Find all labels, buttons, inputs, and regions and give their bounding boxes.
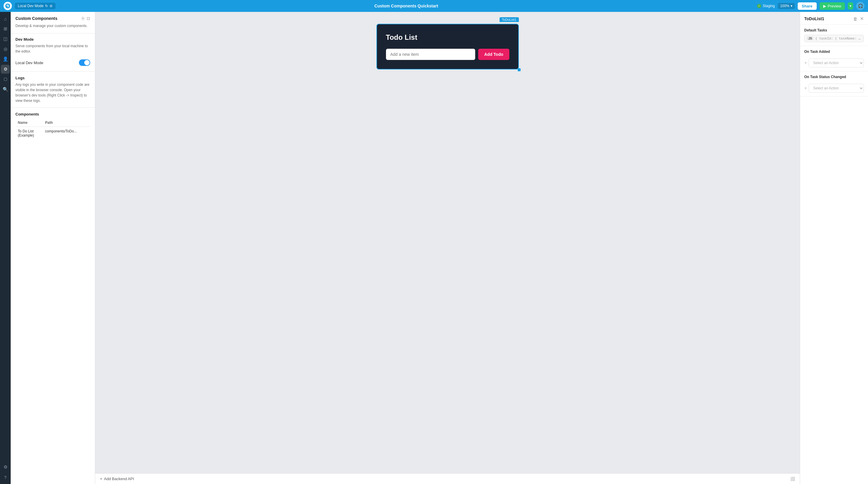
- todo-input-row: Add Todo: [386, 49, 509, 60]
- sidebar-item-settings[interactable]: ⚙: [1, 463, 10, 472]
- sidebar-item-circle[interactable]: ◎: [1, 45, 10, 53]
- chevron-down-icon: ▾: [790, 4, 793, 8]
- zoom-control[interactable]: 100% ▾: [778, 3, 795, 9]
- on-task-status-select[interactable]: Select an Action: [809, 84, 864, 93]
- right-panel-title: ToDoList1: [804, 16, 824, 21]
- plus-icon-1: +: [804, 61, 807, 65]
- app-title: Custom Components Quickstart: [58, 4, 754, 8]
- panel-header: Custom Components ⎘ ⊡: [11, 12, 95, 23]
- right-panel-header: ToDoList1 🗑 ✕: [800, 12, 868, 25]
- sidebar-item-layers[interactable]: ◫: [1, 34, 10, 44]
- col-name-header: Name: [16, 119, 43, 127]
- sidebar-item-puzzle[interactable]: ⬡: [1, 75, 10, 84]
- app-logo[interactable]: [4, 2, 12, 10]
- preview-button[interactable]: ▶ Preview: [819, 2, 845, 10]
- panel-description: Develop & manage your custom components.: [11, 23, 95, 32]
- sidebar-item-grid[interactable]: ⊞: [1, 24, 10, 33]
- dev-mode-label: Local Dev Mode: [18, 4, 43, 8]
- canvas-bottom-right: ⬜: [790, 477, 795, 481]
- share-button[interactable]: Share: [798, 2, 817, 10]
- stop-icon: ⊘: [50, 4, 53, 8]
- dev-mode-label: Dev Mode: [11, 35, 95, 43]
- status-label: Staging: [763, 4, 775, 8]
- icon-sidebar: ⌂ ⊞ ◫ ◎ 👤 ⚙ ⬡ 🔍 ⚙ ?: [0, 12, 11, 484]
- svg-point-1: [7, 5, 8, 6]
- components-section: Components Name Path To Do List(Example)…: [11, 109, 95, 143]
- logs-description: Any logs you write in your component cod…: [16, 82, 90, 103]
- canvas-area: ToDoList1 Todo List Add Todo + Add Backe…: [95, 12, 800, 484]
- panel-header-icons: ⎘ ⊡: [82, 16, 90, 21]
- add-backend-button[interactable]: + Add Backend API: [100, 477, 134, 481]
- toggle-label: Local Dev Mode: [16, 61, 43, 65]
- zoom-level: 100%: [780, 4, 789, 8]
- topbar-right: Staging 100% ▾ Share ▶ Preview ▾ 🎧: [757, 2, 864, 10]
- js-value-row[interactable]: JS { taskId: { taskName: 'Task: [804, 35, 864, 42]
- resize-handle[interactable]: [518, 68, 521, 71]
- sidebar-item-help[interactable]: ?: [1, 473, 10, 482]
- divider-2: [11, 71, 95, 72]
- preview-dropdown-button[interactable]: ▾: [848, 2, 853, 9]
- status-badge: Staging: [757, 4, 775, 8]
- sidebar-item-home[interactable]: ⌂: [1, 14, 10, 23]
- main-layout: ⌂ ⊞ ◫ ◎ 👤 ⚙ ⬡ 🔍 ⚙ ? Custom Components ⎘ …: [0, 12, 868, 484]
- components-title: Components: [16, 112, 90, 116]
- logs-title: Logs: [16, 76, 90, 80]
- refresh-icon: ↻: [45, 4, 48, 8]
- on-task-added-section: On Task Added + Select an Action: [800, 46, 868, 71]
- on-task-added-label: On Task Added: [804, 50, 864, 54]
- sidebar-item-search[interactable]: 🔍: [1, 85, 10, 94]
- on-task-status-changed-section: On Task Status Changed + Select an Actio…: [800, 71, 868, 96]
- right-panel-icons: 🗑 ✕: [853, 16, 864, 21]
- status-dot: [757, 4, 761, 8]
- component-path: components/ToDo...: [43, 127, 90, 140]
- layout-icon: ⬜: [790, 477, 795, 481]
- todo-component: Todo List Add Todo: [376, 24, 519, 69]
- js-value-text: { taskId: { taskName: 'Task: [815, 36, 861, 40]
- user-avatar[interactable]: 🎧: [856, 2, 864, 10]
- canvas-content[interactable]: ToDoList1 Todo List Add Todo: [95, 12, 800, 473]
- todo-input[interactable]: [386, 49, 475, 60]
- sidebar-item-gear[interactable]: ⚙: [1, 65, 10, 74]
- default-tasks-section: Default Tasks JS { taskId: { taskName: '…: [800, 25, 868, 46]
- panel-title: Custom Components: [16, 16, 58, 21]
- component-name: To Do List(Example): [16, 127, 43, 140]
- on-task-added-select[interactable]: Select an Action: [809, 58, 864, 67]
- preview-label: Preview: [828, 4, 841, 8]
- left-panel: Custom Components ⎘ ⊡ Develop & manage y…: [11, 12, 95, 484]
- col-path-header: Path: [43, 119, 90, 127]
- dev-mode-description: Serve components from your local machine…: [11, 43, 95, 57]
- panel-copy-icon[interactable]: ⎘: [82, 16, 84, 21]
- toggle-row: Local Dev Mode: [11, 57, 95, 70]
- panel-settings-icon[interactable]: ⊡: [87, 16, 90, 21]
- logs-section: Logs Any logs you write in your componen…: [11, 73, 95, 106]
- todo-component-wrapper[interactable]: ToDoList1 Todo List Add Todo: [376, 24, 519, 69]
- close-icon[interactable]: ✕: [860, 16, 864, 21]
- plus-icon: +: [100, 477, 102, 481]
- dev-mode-button[interactable]: Local Dev Mode ↻ ⊘: [15, 3, 56, 9]
- trash-icon[interactable]: 🗑: [853, 16, 858, 21]
- on-task-added-action-row[interactable]: + Select an Action: [804, 56, 864, 67]
- add-backend-label: Add Backend API: [104, 477, 134, 481]
- default-tasks-label: Default Tasks: [804, 28, 864, 32]
- on-task-status-action-row[interactable]: + Select an Action: [804, 81, 864, 93]
- right-panel: ToDoList1 🗑 ✕ Default Tasks JS { taskId:…: [800, 12, 868, 484]
- canvas-bottom-bar: + Add Backend API ⬜: [95, 473, 800, 484]
- dev-mode-toggle[interactable]: [79, 59, 90, 66]
- plus-icon-2: +: [804, 86, 807, 91]
- js-badge: JS: [807, 36, 813, 40]
- divider-3: [11, 108, 95, 108]
- topbar: Local Dev Mode ↻ ⊘ Custom Components Qui…: [0, 0, 868, 12]
- play-icon: ▶: [823, 4, 826, 8]
- table-row[interactable]: To Do List(Example) components/ToDo...: [16, 127, 90, 140]
- avatar-icon: 🎧: [858, 4, 863, 8]
- todo-add-button[interactable]: Add Todo: [478, 49, 509, 60]
- sidebar-item-person[interactable]: 👤: [1, 55, 10, 63]
- components-table: Name Path To Do List(Example) components…: [16, 119, 90, 140]
- component-label: ToDoList1: [500, 17, 519, 22]
- on-task-status-changed-label: On Task Status Changed: [804, 75, 864, 79]
- todo-title: Todo List: [386, 33, 509, 41]
